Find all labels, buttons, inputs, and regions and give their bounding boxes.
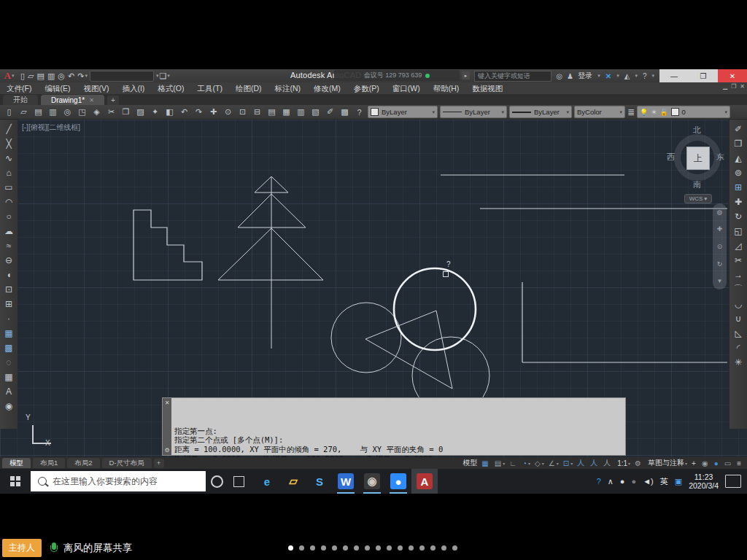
redo-icon[interactable]: ↷ <box>77 70 84 82</box>
help-search-input[interactable]: 键入关键字或短语 <box>474 71 551 82</box>
stairs-polyline[interactable] <box>133 210 202 280</box>
menu-dimension[interactable]: 标注(N) <box>268 82 308 94</box>
redo-icon[interactable]: ↷ <box>193 106 205 118</box>
task-view-button[interactable] <box>228 469 249 494</box>
tree-bottom-triangle[interactable] <box>218 228 323 280</box>
tab-layout1[interactable]: 布局1 <box>33 458 65 468</box>
viewcube-north[interactable]: 北 <box>693 125 701 136</box>
viewcube[interactable]: 北 西 东 南 上 WCS▾ <box>671 127 724 190</box>
zoom-previous-icon[interactable]: ⊟ <box>251 106 263 118</box>
search-binoculars-icon[interactable]: ◎ <box>557 72 563 80</box>
markup-icon[interactable]: ✐ <box>324 106 336 118</box>
line-icon[interactable]: ╱ <box>2 122 16 136</box>
autoscale-toggle[interactable]: 人 <box>590 458 599 468</box>
revision-cloud-icon[interactable]: ☁ <box>2 224 16 238</box>
graphics-performance-toggle[interactable]: ● <box>714 459 720 467</box>
viewcube-south[interactable]: 南 <box>693 179 701 190</box>
tool-palettes-icon[interactable]: ▥ <box>295 106 307 118</box>
help-icon[interactable]: ? <box>353 106 365 118</box>
plot-preview-icon[interactable]: ◎ <box>61 106 74 118</box>
user-icon[interactable]: ♟ <box>567 72 573 80</box>
gradient-icon[interactable]: ▩ <box>2 341 16 354</box>
annotation-monitor-toggle[interactable]: + <box>692 459 697 467</box>
break-at-point-icon[interactable]: ⌒ <box>732 282 746 296</box>
otrack-toggle[interactable]: ∠▾ <box>549 459 559 467</box>
annotation-visibility-toggle[interactable]: 人 <box>577 458 586 468</box>
plot-icon[interactable]: ▥ <box>47 70 55 82</box>
doc-close-icon[interactable]: ✕ <box>740 83 745 90</box>
offset-icon[interactable]: ⊚ <box>732 166 746 179</box>
rectangle-icon[interactable]: ▭ <box>2 180 16 194</box>
plotstyle-dropdown[interactable]: ByColor▾ <box>574 106 625 118</box>
doc-minimize-icon[interactable]: ▁ <box>723 83 727 90</box>
signin-label[interactable]: 登录 <box>578 71 592 81</box>
plot-preview-icon[interactable]: ◎ <box>58 70 65 82</box>
workspace-gear-icon[interactable]: ⚙ <box>635 459 643 467</box>
multiline-text-icon[interactable]: A <box>2 384 16 398</box>
save-icon[interactable]: ▤ <box>32 106 44 118</box>
drawing-canvas[interactable]: [-][俯视][二维线框] 北 西 东 南 上 WCS▾ ◍ ✚ ⊙ ↻ ▾ Y… <box>0 120 747 457</box>
trim-icon[interactable]: ✂ <box>732 253 746 267</box>
viewcube-east[interactable]: 东 <box>716 152 724 163</box>
restore-button[interactable]: ❐ <box>689 69 718 82</box>
fillet-icon[interactable]: ◜ <box>732 341 746 354</box>
menu-file[interactable]: 文件(F) <box>0 82 38 94</box>
customization-menu[interactable]: ≡ <box>737 459 743 467</box>
menu-format[interactable]: 格式(O) <box>151 82 190 94</box>
break-icon[interactable]: ◡ <box>732 297 746 311</box>
layer-dropdown[interactable]: 💡 ☀ 🔓 0▾ <box>637 106 730 118</box>
join-icon[interactable]: ∪ <box>732 311 746 325</box>
polar-tracking-toggle[interactable]: ◔▾ <box>522 459 530 467</box>
navbar-pan-icon[interactable]: ✚ <box>717 225 723 233</box>
designcenter-icon[interactable]: ▦ <box>280 106 293 118</box>
arc-icon[interactable]: ◠ <box>2 195 16 209</box>
mirror-icon[interactable]: ◭ <box>732 151 746 165</box>
action-center-icon[interactable] <box>725 475 741 488</box>
security-help-icon[interactable]: ? <box>597 477 601 486</box>
menu-tools[interactable]: 工具(T) <box>191 82 229 94</box>
close-button[interactable]: ✕ <box>718 69 747 82</box>
boundary-icon[interactable]: ◌ <box>2 355 16 369</box>
navbar-more-icon[interactable]: ▾ <box>718 277 721 284</box>
autocad-icon[interactable]: A <box>411 469 438 494</box>
paste-icon[interactable]: ▨ <box>134 106 147 118</box>
navbar-orbit-icon[interactable]: ↻ <box>717 260 723 268</box>
undo-icon[interactable]: ↶ <box>68 70 74 82</box>
command-window[interactable]: ✕ ⚙ 指定第一点:指定第二个点或 [多个点(M)]:距离 = 100.0000… <box>162 397 626 456</box>
insert-block-icon[interactable]: ⊡ <box>2 282 16 296</box>
snap-toggle[interactable]: ▤▾ <box>495 459 505 467</box>
clean-screen-toggle[interactable]: ▭ <box>724 459 732 467</box>
annotation-scale-icon[interactable]: 人 <box>603 458 612 468</box>
save-icon[interactable]: ▤ <box>37 70 44 82</box>
menu-edit[interactable]: 编辑(E) <box>38 82 77 94</box>
qq-icon[interactable]: ● <box>620 477 625 486</box>
sheet-icon[interactable]: ❏ <box>159 70 166 82</box>
isodraft-toggle[interactable]: ◇▾ <box>535 459 544 467</box>
publish-icon[interactable]: ◳ <box>76 106 88 118</box>
menu-dataview[interactable]: 数据视图 <box>465 82 509 94</box>
viewcube-top-face[interactable]: 上 <box>686 147 710 170</box>
color-control-dropdown[interactable]: ByLayer▾ <box>368 106 438 118</box>
construction-line-icon[interactable]: ╳ <box>2 136 16 150</box>
plot-icon[interactable]: ▥ <box>47 106 59 118</box>
video-app-icon[interactable]: ◉ <box>359 469 385 494</box>
array-icon[interactable]: ⊞ <box>732 180 746 194</box>
ellipse-arc-icon[interactable]: ◖ <box>2 268 16 281</box>
ellipse-icon[interactable]: ⊖ <box>2 253 16 267</box>
match-properties-icon[interactable]: ✦ <box>149 106 161 118</box>
menu-view[interactable]: 视图(V) <box>77 82 115 94</box>
move-icon[interactable]: ✚ <box>732 195 746 209</box>
tab-model[interactable]: 模型 <box>2 458 31 468</box>
command-close-icon[interactable]: ✕ <box>165 400 170 406</box>
properties-palette-icon[interactable]: ▤ <box>266 106 278 118</box>
hidden-icons-chevron[interactable]: ∧ <box>608 477 614 486</box>
wps-office-icon[interactable]: W <box>333 469 359 494</box>
scale-icon[interactable]: ◱ <box>732 224 746 238</box>
a360-icon[interactable]: ◭ <box>624 72 630 80</box>
block-editor-icon[interactable]: ◧ <box>163 106 176 118</box>
left-circle[interactable] <box>331 303 401 373</box>
exchange-apps-icon[interactable]: ✕ <box>605 72 611 80</box>
new-tab-button[interactable]: + <box>107 96 119 105</box>
taskbar-clock[interactable]: 11:232020/3/4 <box>689 472 719 490</box>
hatch-icon[interactable]: ▦ <box>2 326 16 340</box>
